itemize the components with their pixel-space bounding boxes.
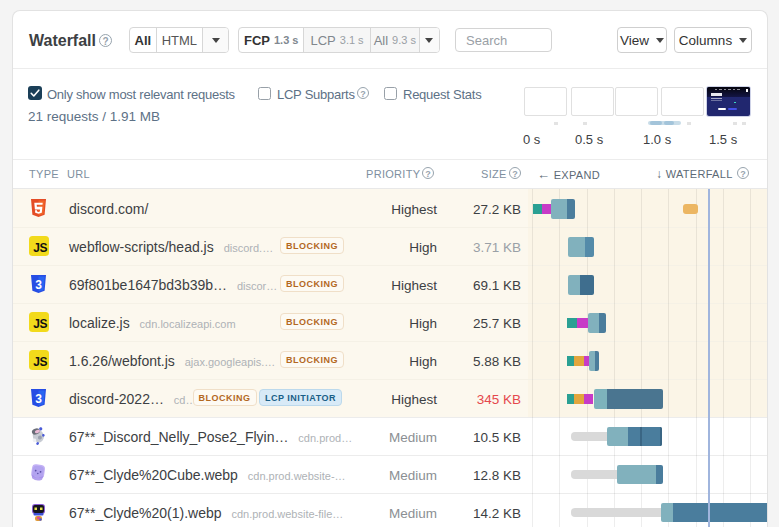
svg-text:3: 3 [35,392,42,406]
svg-text:3: 3 [35,278,42,292]
